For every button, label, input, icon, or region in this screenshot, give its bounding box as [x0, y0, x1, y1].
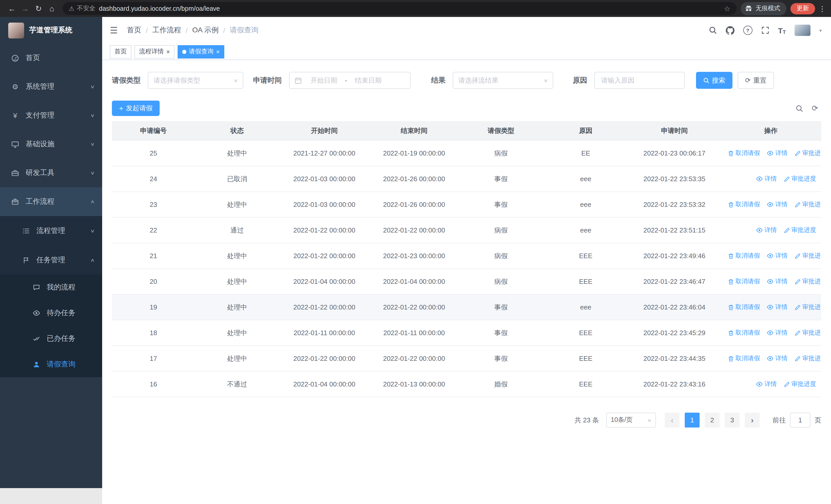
create-leave-button[interactable]: + 发起请假	[112, 100, 160, 116]
avatar-caret-icon[interactable]: ▾	[819, 27, 822, 33]
address-bar[interactable]: ⚠ 不安全 dashboard.yudao.iocoder.cn/bpm/oa/…	[63, 2, 737, 15]
approval-progress-link[interactable]: 审批进度	[795, 277, 821, 286]
edit-icon	[795, 253, 801, 259]
help-icon[interactable]: ?	[743, 26, 752, 35]
cell-apply-id: 24	[112, 166, 195, 192]
end-date-input[interactable]	[348, 76, 388, 85]
browser-home-button[interactable]: ⌂	[45, 2, 58, 15]
trash-icon	[727, 278, 734, 285]
refresh-table-icon[interactable]: ⟳	[812, 104, 818, 113]
approval-progress-link[interactable]: 审批进度	[795, 200, 821, 209]
pagination: 共 23 条 10条/页 ∨ ‹ 1 2 3 › 前往 页	[112, 413, 821, 427]
start-date-input[interactable]	[304, 76, 344, 85]
detail-link[interactable]: 详情	[756, 226, 777, 234]
app-logo[interactable]: 芋道管理系统	[0, 17, 102, 43]
tab-leave-query[interactable]: 请假查询 ×	[178, 45, 224, 58]
detail-link[interactable]: 详情	[767, 328, 787, 337]
browser-update-button[interactable]: 更新	[791, 3, 815, 14]
sidebar-item-task-mgmt[interactable]: 任务管理 ∧	[0, 245, 102, 274]
page-button-3[interactable]: 3	[725, 413, 740, 427]
sidebar-item-done-tasks[interactable]: 已办任务	[0, 326, 102, 352]
browser-back-button[interactable]: ←	[5, 2, 19, 15]
approval-progress-link[interactable]: 审批进度	[784, 380, 816, 388]
sidebar-item-devtools[interactable]: 研发工具 ∨	[0, 158, 102, 187]
detail-link[interactable]: 详情	[756, 174, 777, 183]
approval-progress-link[interactable]: 审批进度	[795, 149, 821, 157]
col-start-time: 开始时间	[279, 121, 369, 140]
sidebar-collapse-icon[interactable]: ☰	[110, 25, 118, 36]
detail-link[interactable]: 详情	[756, 380, 777, 388]
list-tree-icon	[22, 227, 30, 234]
sidebar-item-workflow[interactable]: 工作流程 ∧	[0, 187, 102, 216]
font-size-icon[interactable]: TT	[778, 26, 786, 35]
detail-link[interactable]: 详情	[767, 251, 787, 260]
fullscreen-icon[interactable]	[761, 26, 769, 34]
sidebar-item-label: 已办任务	[47, 334, 76, 343]
sidebar-item-home[interactable]: 首页	[0, 43, 102, 72]
sidebar-item-label: 基础设施	[26, 140, 54, 149]
cancel-leave-link[interactable]: 取消请假	[727, 251, 760, 260]
approval-progress-link[interactable]: 审批进度	[795, 328, 821, 337]
approval-progress-link[interactable]: 审批进度	[784, 226, 816, 235]
approval-progress-link[interactable]: 审批进度	[795, 354, 821, 363]
tab-home[interactable]: 首页	[110, 45, 132, 58]
cancel-leave-link[interactable]: 取消请假	[727, 303, 760, 312]
page-button-1[interactable]: 1	[685, 413, 699, 427]
close-icon[interactable]: ×	[216, 49, 220, 55]
detail-link[interactable]: 详情	[767, 277, 787, 286]
toggle-search-icon[interactable]	[796, 105, 804, 112]
tab-process-detail[interactable]: 流程详情 ×	[135, 45, 174, 58]
sidebar-item-todo-tasks[interactable]: 待办任务	[0, 300, 102, 326]
eye-icon	[767, 329, 774, 336]
detail-link[interactable]: 详情	[767, 302, 787, 311]
reason-input-box	[594, 72, 685, 89]
page-size-select[interactable]: 10条/页 ∨	[606, 413, 656, 427]
cancel-leave-link[interactable]: 取消请假	[727, 277, 760, 286]
detail-link[interactable]: 详情	[767, 200, 787, 209]
approval-progress-link[interactable]: 审批进度	[795, 251, 821, 260]
sidebar-item-process-mgmt[interactable]: 流程管理 ∨	[0, 216, 102, 245]
sidebar-item-infra[interactable]: 基础设施 ∨	[0, 130, 102, 158]
user-avatar[interactable]	[795, 25, 810, 36]
browser-reload-button[interactable]: ↻	[32, 2, 45, 15]
browser-forward-button[interactable]: →	[19, 2, 32, 15]
search-button[interactable]: 搜索	[696, 72, 733, 89]
cell-end-time: 2022-01-19 00:00:00	[369, 140, 459, 166]
reason-input[interactable]	[595, 77, 684, 84]
approval-progress-link[interactable]: 审批进度	[784, 175, 816, 183]
approval-progress-label: 审批进度	[802, 354, 821, 363]
leave-type-label: 请假类型	[112, 76, 141, 85]
detail-link[interactable]: 详情	[767, 149, 787, 157]
page-button-2[interactable]: 2	[705, 413, 720, 427]
cancel-leave-link[interactable]: 取消请假	[727, 354, 760, 363]
github-icon[interactable]	[725, 26, 734, 35]
leave-type-select[interactable]: 请选择请假类型 ∨	[148, 72, 243, 89]
breadcrumb-item-home[interactable]: 首页	[127, 26, 141, 35]
trash-icon	[727, 253, 734, 259]
reset-button[interactable]: ⟳ 重置	[738, 72, 774, 89]
sidebar-item-my-process[interactable]: 我的流程	[0, 274, 102, 300]
cancel-leave-link[interactable]: 取消请假	[727, 200, 760, 209]
cancel-leave-link[interactable]: 取消请假	[727, 328, 760, 337]
close-icon[interactable]: ×	[166, 49, 170, 55]
approval-progress-link[interactable]: 审批进度	[795, 303, 821, 312]
next-page-button[interactable]: ›	[745, 413, 760, 427]
search-icon[interactable]	[709, 26, 717, 34]
breadcrumb-separator: /	[223, 26, 225, 34]
sidebar-item-payment[interactable]: ¥ 支付管理 ∨	[0, 101, 102, 130]
sidebar-item-label: 工作流程	[26, 197, 54, 206]
cancel-leave-link[interactable]: 取消请假	[727, 149, 760, 157]
date-range-picker[interactable]: -	[289, 72, 411, 89]
security-status[interactable]: ⚠ 不安全	[69, 4, 95, 13]
goto-page-input[interactable]	[790, 413, 810, 427]
bookmark-star-icon[interactable]: ☆	[724, 4, 730, 12]
detail-link[interactable]: 详情	[767, 354, 787, 363]
result-select[interactable]: 请选择流结果 ∨	[453, 72, 553, 89]
sidebar-item-system[interactable]: ⚙ 系统管理 ∨	[0, 72, 102, 101]
sidebar-item-label: 任务管理	[36, 255, 65, 265]
url-text[interactable]: dashboard.yudao.iocoder.cn/bpm/oa/leave	[99, 5, 720, 12]
browser-menu-icon[interactable]: ⋮	[819, 4, 826, 12]
cell-apply-time: 2022-01-23 00:06:17	[628, 140, 720, 166]
sidebar-item-leave-query[interactable]: 请假查询	[0, 352, 102, 377]
prev-page-button[interactable]: ‹	[665, 413, 680, 427]
